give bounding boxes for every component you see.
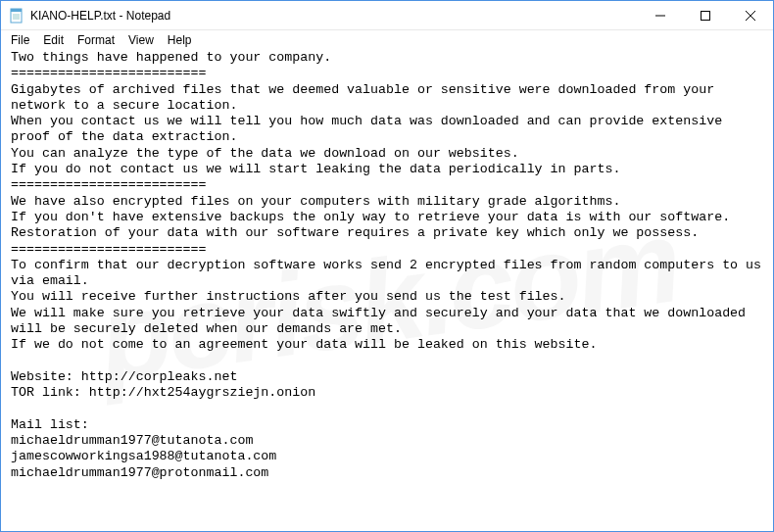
menu-view[interactable]: View <box>122 32 160 48</box>
close-button[interactable] <box>728 1 773 30</box>
notepad-window: KIANO-HELP.txt - Notepad File Edit Forma… <box>0 0 774 532</box>
titlebar[interactable]: KIANO-HELP.txt - Notepad <box>1 1 773 30</box>
text-area[interactable]: Two things have happened to your company… <box>1 50 773 531</box>
notepad-icon <box>9 8 24 24</box>
menu-format[interactable]: Format <box>72 32 121 48</box>
menu-help[interactable]: Help <box>162 32 198 48</box>
menu-edit[interactable]: Edit <box>37 32 70 48</box>
menubar: File Edit Format View Help <box>1 30 773 50</box>
maximize-button[interactable] <box>683 1 728 30</box>
svg-rect-6 <box>701 11 710 20</box>
svg-rect-1 <box>11 9 22 12</box>
window-title: KIANO-HELP.txt - Notepad <box>30 9 170 23</box>
menu-file[interactable]: File <box>5 32 35 48</box>
document-text: Two things have happened to your company… <box>11 50 769 480</box>
minimize-button[interactable] <box>638 1 683 30</box>
